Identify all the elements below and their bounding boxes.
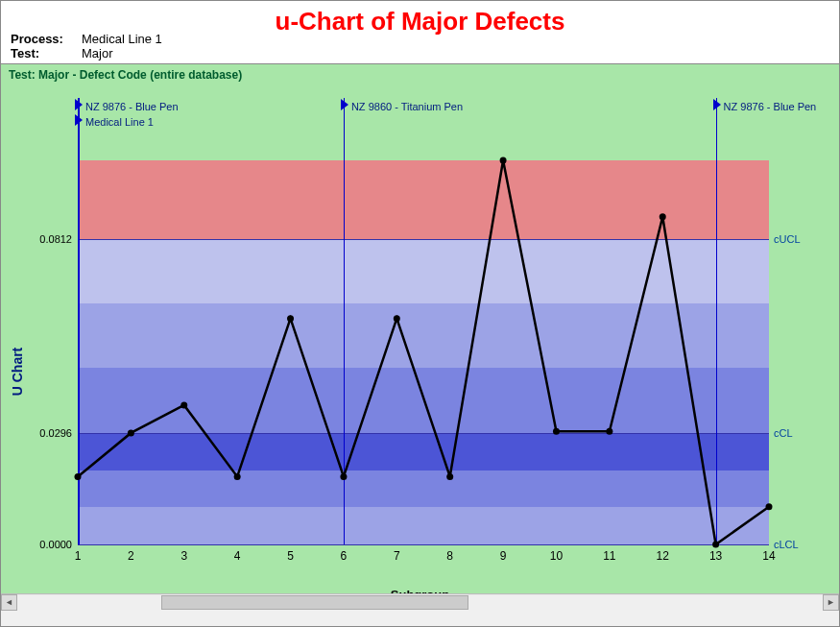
data-point (712, 542, 719, 548)
data-point (660, 213, 666, 220)
scroll-thumb[interactable] (161, 595, 468, 610)
x-tick: 7 (394, 549, 400, 563)
x-tick: 14 (762, 549, 775, 563)
data-point (234, 473, 241, 480)
data-point (446, 473, 453, 480)
event-label: NZ 9876 - Blue Pen (85, 101, 179, 112)
x-tick: 4 (234, 549, 241, 563)
data-point (394, 315, 400, 322)
limit-label-cl: cCL (774, 427, 793, 439)
scroll-left-button[interactable]: ◄ (1, 594, 17, 611)
scroll-right-button[interactable]: ► (823, 594, 839, 611)
process-value: Medical Line 1 (82, 32, 162, 46)
x-tick: 9 (500, 549, 507, 563)
event-label: NZ 9860 - Titanium Pen (351, 101, 463, 112)
event-label: Medical Line 1 (85, 116, 154, 128)
data-point (180, 401, 187, 408)
x-tick: 13 (709, 549, 722, 563)
meta-block: Process: Medical Line 1 Test: Major (11, 32, 162, 60)
x-tick: 3 (180, 549, 187, 563)
data-point (500, 157, 507, 164)
data-point (553, 428, 560, 435)
data-point (340, 473, 347, 480)
data-point (606, 428, 612, 435)
limit-label-lcl: cLCL (774, 539, 799, 550)
horizontal-scrollbar[interactable]: ◄ ► (1, 593, 839, 610)
event-marker-icon (713, 99, 721, 110)
chart-subtitle: Test: Major - Defect Code (entire databa… (9, 68, 242, 82)
control-line (78, 544, 769, 545)
x-tick: 5 (287, 549, 294, 563)
scroll-track[interactable] (17, 595, 823, 610)
y-tick: 0.0000 (24, 539, 72, 550)
x-tick: 1 (75, 549, 82, 563)
y-tick: 0.0812 (24, 233, 72, 245)
x-tick: 10 (550, 549, 563, 563)
data-point (128, 429, 134, 436)
plot-region: NZ 9876 - Blue PenMedical Line 1NZ 9860 … (78, 160, 769, 544)
event-marker-icon (75, 99, 83, 110)
event-marker-icon (341, 99, 348, 110)
test-value: Major (82, 46, 113, 60)
event-marker-icon (75, 114, 83, 126)
data-point (75, 473, 82, 480)
y-tick: 0.0296 (24, 427, 72, 439)
test-label: Test: (11, 46, 68, 60)
header: u-Chart of Major Defects Process: Medica… (1, 1, 839, 64)
x-tick: 6 (341, 549, 348, 563)
x-tick: 2 (128, 549, 134, 563)
y-axis-label: U Chart (10, 348, 25, 397)
x-tick: 11 (603, 549, 615, 563)
chart-area: Test: Major - Defect Code (entire databa… (1, 64, 839, 610)
data-series (78, 160, 769, 544)
event-label: NZ 9876 - Blue Pen (724, 101, 817, 112)
data-point (766, 503, 773, 510)
process-label: Process: (11, 32, 68, 46)
limit-label-ucl: cUCL (774, 233, 801, 245)
data-point (287, 315, 294, 322)
x-tick: 8 (446, 549, 453, 563)
x-tick: 12 (657, 549, 669, 563)
